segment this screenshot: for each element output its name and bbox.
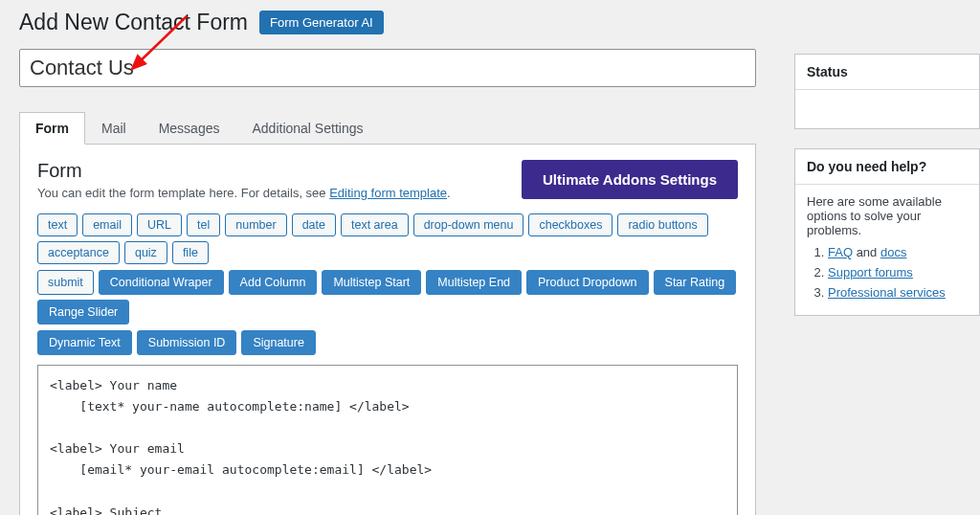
- help-intro: Here are some available options to solve…: [807, 194, 968, 237]
- support-forums-link[interactable]: Support forums: [828, 265, 913, 280]
- editing-template-link[interactable]: Editing form template: [329, 186, 447, 200]
- tag-dropdown[interactable]: drop-down menu: [413, 213, 524, 236]
- tab-additional-settings[interactable]: Additional Settings: [235, 112, 379, 145]
- tag-quiz[interactable]: quiz: [124, 241, 167, 264]
- tag-dynamic-text[interactable]: Dynamic Text: [37, 330, 132, 355]
- tag-conditional-wrapper[interactable]: Conditional Wraper: [99, 270, 224, 295]
- ultimate-addons-settings-button[interactable]: Ultimate Addons Settings: [522, 160, 738, 199]
- tag-submission-id[interactable]: Submission ID: [137, 330, 237, 355]
- help-text: You can edit the form template here. For…: [37, 186, 451, 200]
- docs-link[interactable]: docs: [880, 245, 906, 259]
- tag-tel[interactable]: tel: [187, 213, 220, 236]
- tag-multistep-end[interactable]: Multistep End: [426, 270, 522, 295]
- faq-link[interactable]: FAQ: [828, 245, 853, 259]
- tab-messages[interactable]: Messages: [143, 112, 236, 145]
- tag-number[interactable]: number: [225, 213, 286, 236]
- tag-range-slider[interactable]: Range Slider: [37, 300, 129, 325]
- help-metabox: Do you need help? Here are some availabl…: [794, 148, 980, 316]
- tag-file[interactable]: file: [172, 241, 209, 264]
- tag-url[interactable]: URL: [137, 213, 182, 236]
- tag-submit[interactable]: submit: [37, 270, 94, 295]
- professional-services-link[interactable]: Professional services: [828, 285, 946, 300]
- tag-radio[interactable]: radio buttons: [617, 213, 707, 236]
- status-metabox: Status: [794, 54, 980, 129]
- tag-add-column[interactable]: Add Column: [229, 270, 318, 295]
- tag-star-rating[interactable]: Star Rating: [654, 270, 737, 295]
- tag-textarea[interactable]: text area: [341, 213, 409, 236]
- tag-text[interactable]: text: [37, 213, 78, 236]
- tab-mail[interactable]: Mail: [85, 112, 143, 145]
- form-title-input[interactable]: [19, 49, 756, 87]
- tag-acceptance[interactable]: acceptance: [37, 241, 120, 264]
- tag-checkboxes[interactable]: checkboxes: [528, 213, 612, 236]
- tag-date[interactable]: date: [292, 213, 336, 236]
- page-title: Add New Contact Form: [19, 10, 248, 35]
- help-heading: Do you need help?: [795, 149, 979, 185]
- tag-signature[interactable]: Signature: [241, 330, 316, 355]
- form-template-textarea[interactable]: [37, 365, 738, 515]
- tag-email[interactable]: email: [82, 213, 132, 236]
- form-tabs: Form Mail Messages Additional Settings: [19, 112, 756, 145]
- tag-product-dropdown[interactable]: Product Dropdown: [526, 270, 649, 295]
- form-generator-ai-button[interactable]: Form Generator AI: [259, 11, 384, 34]
- tab-form[interactable]: Form: [19, 112, 85, 145]
- help-item-faq-docs: FAQ and docs: [828, 245, 968, 259]
- status-heading: Status: [795, 55, 979, 90]
- tag-multistep-start[interactable]: Multistep Start: [322, 270, 421, 295]
- panel-heading-form: Form: [37, 160, 451, 182]
